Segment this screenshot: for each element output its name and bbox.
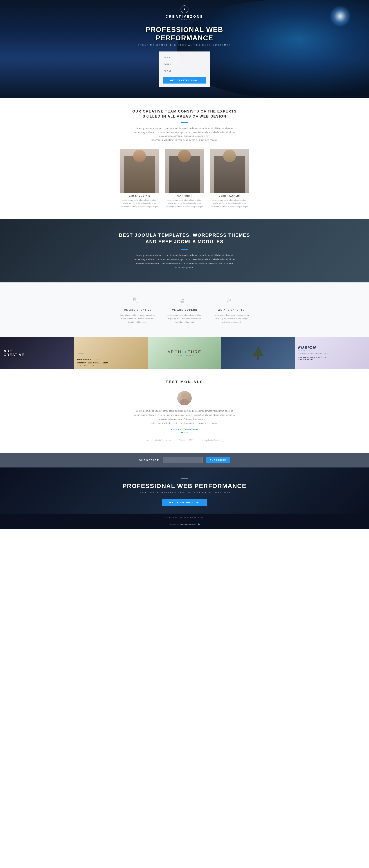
- team-photo-2: [165, 149, 204, 193]
- member-desc-3: Lorem ipsum dolor sit amet conse ctetur …: [210, 198, 249, 209]
- team-grid: SAM KROMSTAIN Lorem ipsum dolor sit amet…: [7, 149, 362, 209]
- feature-desc-creative: Lorem ipsum dolor sit amet conse ctetur …: [120, 313, 156, 324]
- subscribe-input[interactable]: [163, 457, 203, 463]
- member-name-3: JOHN FRANKLIN: [210, 195, 249, 197]
- hero-form: GET STARTED NOW!: [159, 52, 210, 87]
- avatar-body: [180, 399, 189, 405]
- member-desc-2: Lorem ipsum dolor sit amet conse ctetur …: [165, 198, 204, 209]
- testimonials-divider: [181, 387, 188, 388]
- team-photo-1: [120, 149, 159, 193]
- hero-section: ✦ CREATIVEZONE WEB DESIGN STUDIO PROFESS…: [0, 0, 369, 98]
- testimonial-dots: [7, 432, 362, 433]
- feature-desc-modern: Lorem ipsum dolor sit amet conse ctetur …: [166, 313, 203, 324]
- portfolio-item-3[interactable]: ARCHI + TURE of art & beauty: [148, 337, 221, 369]
- dot-3[interactable]: [186, 432, 188, 433]
- feature-line-creative: [139, 301, 143, 301]
- services-title: BEST JOOMLA TEMPLATES, WORDPRESS THEMESA…: [7, 232, 362, 245]
- services-banner-content: BEST JOOMLA TEMPLATES, WORDPRESS THEMESA…: [7, 232, 362, 270]
- feature-line-experts: [233, 301, 237, 301]
- footer-designed: Designed by TemplateMonster 🐦: [0, 521, 369, 529]
- silhouette-3: [214, 156, 245, 193]
- head-3: [223, 150, 236, 162]
- copyright-text: © 2015 Your Logo. All Rights Reserved.: [165, 517, 204, 519]
- avatar-head: [181, 393, 188, 399]
- footer-tagline: CREATING SOMETHING SPECIAL FOR EACH CUST…: [7, 491, 362, 493]
- partner-motocms: MotoCMS: [179, 439, 193, 442]
- member-desc-1: Lorem ipsum dolor sit amet conse ctetur …: [120, 198, 159, 209]
- team-photo-3: [210, 149, 249, 193]
- footer-copy: © 2015 Your Logo. All Rights Reserved.: [0, 514, 369, 521]
- team-member-1: SAM KROMSTAIN Lorem ipsum dolor sit amet…: [120, 149, 159, 209]
- footer-hero: PROFESSIONAL WEB PERFORMANCE CREATING SO…: [0, 467, 369, 514]
- logo-icon: ✦: [181, 5, 188, 13]
- subscribe-button[interactable]: SUBSCRIBE: [206, 457, 230, 463]
- services-description: Lorem ipsum dolor sit amet conse ctetur …: [134, 253, 235, 270]
- name-input[interactable]: [163, 55, 206, 60]
- testimonials-section: TESTIMONIALS Lorem ipsum dolor sit amet …: [0, 369, 369, 453]
- person-bg-1: [120, 149, 159, 193]
- feature-icon-experts: [226, 295, 237, 306]
- member-name-2: ALAN SMITH: [165, 195, 204, 197]
- hero-content: ✦ CREATIVEZONE WEB DESIGN STUDIO PROFESS…: [122, 5, 247, 87]
- logo-name: CREATIVEZONE: [122, 15, 247, 19]
- team-section: OUR CREATIVE TEAM CONSISTS OF THE EXPERT…: [0, 98, 369, 219]
- member-name-1: SAM KROMSTAIN: [120, 195, 159, 197]
- hero-glow: [329, 5, 351, 27]
- testimonial-avatar: [177, 391, 192, 405]
- footer-headline: PROFESSIONAL WEB PERFORMANCE: [7, 483, 362, 490]
- portfolio-item-4[interactable]: [221, 337, 295, 369]
- partners-section: TemplateMonster MotoCMS templatetuning: [7, 439, 362, 442]
- person-bg-2: [165, 149, 204, 193]
- subscribe-label: SUBSCRIBE: [139, 459, 159, 462]
- feature-modern: WE ARE MODERN Lorem ipsum dolor sit amet…: [166, 295, 203, 324]
- portfolio-item-2[interactable]: Whatever goodthings we build end for our…: [74, 337, 148, 369]
- features-section: WE ARE CREATIVE Lorem ipsum dolor sit am…: [0, 282, 369, 337]
- feature-icon-creative: [132, 295, 143, 306]
- svg-line-10: [229, 301, 230, 301]
- hero-headline: PROFESSIONAL WEB PERFORMANCE: [122, 26, 247, 42]
- team-member-3: JOHN FRANKLIN Lorem ipsum dolor sit amet…: [210, 149, 249, 209]
- services-divider: [181, 249, 188, 250]
- feature-creative: WE ARE CREATIVE Lorem ipsum dolor sit am…: [120, 295, 156, 324]
- get-started-button[interactable]: GET STARTED NOW!: [163, 77, 206, 84]
- phone-input[interactable]: [163, 69, 206, 74]
- feature-title-experts: WE ARE EXPERTS: [213, 309, 249, 311]
- svg-rect-6: [181, 302, 184, 302]
- footer-cta-button[interactable]: GET STARTED NOW!: [162, 499, 207, 506]
- silhouette-1: [124, 156, 155, 193]
- feature-title-modern: WE ARE MODERN: [166, 309, 203, 311]
- footer-divider: [181, 478, 188, 479]
- logo-sub: WEB DESIGN STUDIO: [122, 19, 247, 20]
- partner-templatetuning: templatetuning: [201, 439, 224, 442]
- team-divider: [181, 122, 188, 123]
- dot-1[interactable]: [181, 432, 183, 433]
- feature-experts: WE ARE EXPERTS Lorem ipsum dolor sit ame…: [213, 295, 249, 324]
- dot-2[interactable]: [184, 432, 185, 433]
- silhouette-2: [168, 156, 201, 193]
- feature-desc-experts: Lorem ipsum dolor sit amet conse ctetur …: [213, 313, 249, 324]
- subscribe-section: SUBSCRIBE SUBSCRIBE: [0, 453, 369, 467]
- head-1: [133, 150, 146, 162]
- testimonials-title: TESTIMONIALS: [7, 380, 362, 384]
- testimonial-text: Lorem ipsum dolor sit amet conse ctetur …: [134, 409, 235, 425]
- svg-rect-0: [133, 298, 135, 301]
- email-input[interactable]: [163, 62, 206, 67]
- footer-hero-content: PROFESSIONAL WEB PERFORMANCE CREATING SO…: [7, 478, 362, 506]
- designer-brand: TemplateMonster: [180, 523, 196, 525]
- team-member-2: ALAN SMITH Lorem ipsum dolor sit amet co…: [165, 149, 204, 209]
- svg-rect-1: [136, 299, 138, 302]
- feature-icon-modern: [179, 295, 190, 306]
- team-title: OUR CREATIVE TEAM CONSISTS OF THE EXPERT…: [7, 109, 362, 119]
- services-banner: BEST JOOMLA TEMPLATES, WORDPRESS THEMESA…: [0, 219, 369, 282]
- head-2: [178, 150, 191, 162]
- testimonial-name: MICHAEL FREEMAN: [7, 428, 362, 430]
- hero-tagline: CREATING SOMETHING SPECIAL FOR EACH CUST…: [122, 44, 247, 46]
- designed-by-text: Designed by: [168, 524, 179, 525]
- feature-title-creative: WE ARE CREATIVE: [120, 309, 156, 311]
- team-description: Lorem ipsum dolor sit amet conse ctetur …: [134, 127, 235, 142]
- portfolio-item-1[interactable]: ARECREATIVE: [0, 337, 74, 369]
- portfolio-item-5[interactable]: FUSION DESIGN LAB PORTFOLIO NEWS & EXPER…: [295, 337, 369, 369]
- feature-line-modern: [186, 301, 190, 301]
- features-grid: WE ARE CREATIVE Lorem ipsum dolor sit am…: [7, 295, 362, 324]
- twitter-icon[interactable]: 🐦: [197, 523, 201, 526]
